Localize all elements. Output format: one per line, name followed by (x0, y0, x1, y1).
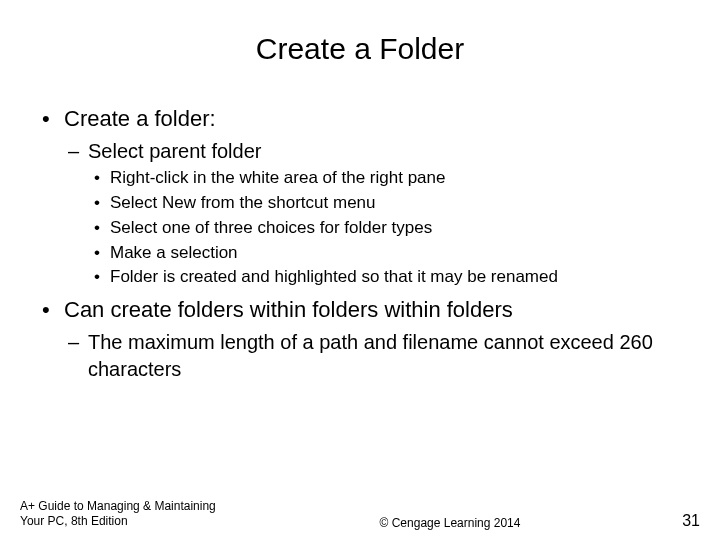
list-item: Select parent folder Right-click in the … (64, 138, 684, 290)
page-number: 31 (660, 512, 700, 530)
list-item: The maximum length of a path and filenam… (64, 329, 684, 383)
list-item: Folder is created and highlighted so tha… (88, 266, 684, 289)
footer-left-text: A+ Guide to Managing & Maintaining Your … (20, 499, 240, 530)
bullet-text: The maximum length of a path and filenam… (88, 331, 653, 380)
bullet-text: Can create folders within folders within… (64, 297, 513, 322)
footer-copyright: © Cengage Learning 2014 (240, 516, 660, 530)
list-item: Create a folder: Select parent folder Ri… (36, 104, 684, 289)
slide-footer: A+ Guide to Managing & Maintaining Your … (0, 499, 720, 530)
bullet-text: Right-click in the white area of the rig… (110, 168, 445, 187)
bullet-text: Select New from the shortcut menu (110, 193, 376, 212)
list-item: Select one of three choices for folder t… (88, 217, 684, 240)
sub-sub-list: Right-click in the white area of the rig… (88, 167, 684, 290)
bullet-text: Make a selection (110, 243, 238, 262)
bullet-text: Folder is created and highlighted so tha… (110, 267, 558, 286)
bullet-text: Create a folder: (64, 106, 216, 131)
slide: Create a Folder Create a folder: Select … (0, 0, 720, 540)
sub-list: The maximum length of a path and filenam… (64, 329, 684, 383)
list-item: Can create folders within folders within… (36, 295, 684, 383)
list-item: Make a selection (88, 242, 684, 265)
slide-title: Create a Folder (36, 32, 684, 66)
bullet-text: Select parent folder (88, 140, 261, 162)
list-item: Select New from the shortcut menu (88, 192, 684, 215)
sub-list: Select parent folder Right-click in the … (64, 138, 684, 290)
bullet-list: Create a folder: Select parent folder Ri… (36, 104, 684, 383)
bullet-text: Select one of three choices for folder t… (110, 218, 432, 237)
list-item: Right-click in the white area of the rig… (88, 167, 684, 190)
